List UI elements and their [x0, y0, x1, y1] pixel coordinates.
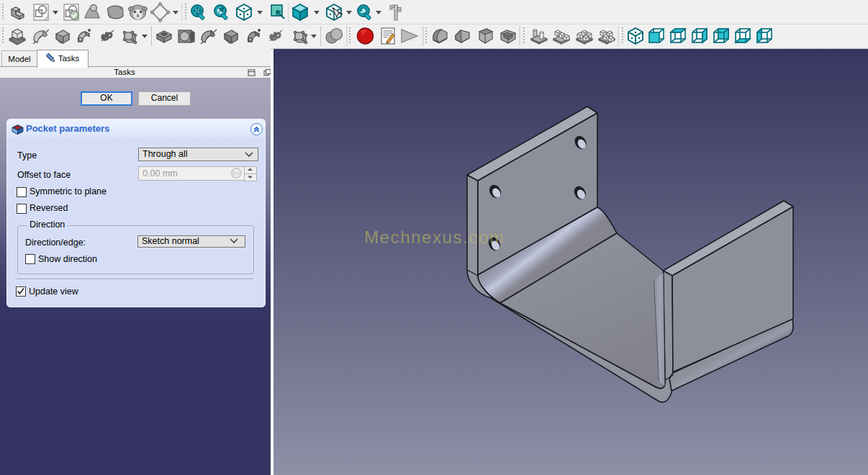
- svg-text:f(x): f(x): [232, 171, 240, 176]
